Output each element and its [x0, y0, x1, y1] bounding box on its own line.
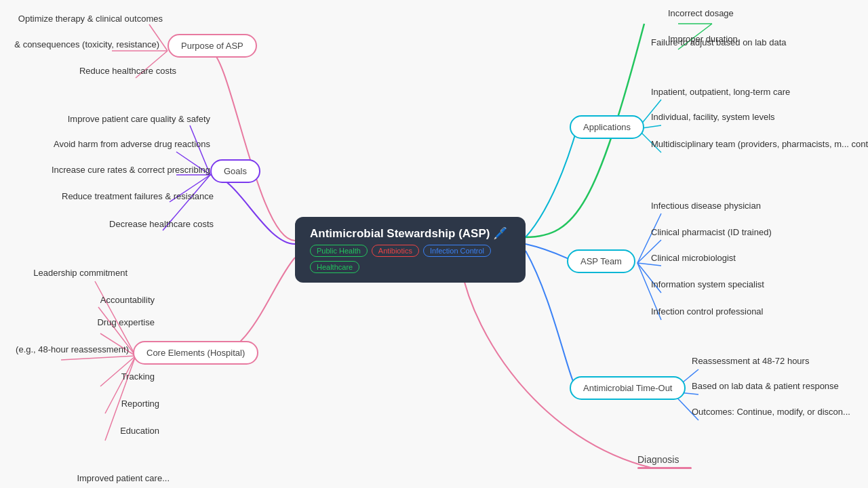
timeout-item-3: Outcomes: Continue, modify, or discon... [692, 407, 868, 417]
aspteam-item-2: Clinical pharmacist (ID trained) [651, 227, 868, 237]
core-item-reassessment: (e.g., 48-hour reassessment) [0, 344, 129, 354]
central-title: Antimicrobial Stewardship (ASP) 🖊️ [310, 226, 511, 241]
tag-infection-control[interactable]: Infection Control [423, 245, 491, 257]
core-item-leadership: Leadership commitment [5, 268, 127, 278]
goals-item-4: Reduce treatment failures & resistance [14, 191, 214, 201]
aspteam-item-3: Clinical microbiologist [651, 253, 868, 263]
tag-public-health[interactable]: Public Health [310, 245, 368, 257]
purpose-box[interactable]: Purpose of ASP [167, 34, 257, 58]
svg-line-17 [637, 263, 661, 266]
core-item-drug: Drug expertise [33, 317, 155, 327]
goals-item-2: Avoid harm from adverse drug reactions [14, 139, 210, 149]
tag-antibiotics[interactable]: Antibiotics [372, 245, 419, 257]
core-box[interactable]: Core Elements (Hospital) [133, 341, 258, 365]
purpose-item-1: Optimize therapy & clinical outcomes [0, 14, 163, 24]
aspteam-item-4: Information system specialist [651, 279, 868, 289]
timeout-box[interactable]: Antimicrobial Time-Out [570, 376, 686, 400]
top-item-dosage: Incorrect dosage [668, 8, 865, 18]
core-item-tracking: Tracking [53, 371, 155, 382]
core-item-improved: Improved patient care... [41, 473, 170, 483]
timeout-item-2: Based on lab data & patient response [692, 381, 868, 391]
applications-box[interactable]: Applications [570, 115, 644, 139]
applications-node: Applications [570, 115, 644, 139]
goals-box[interactable]: Goals [210, 159, 260, 183]
goals-node: Goals [210, 159, 260, 183]
core-item-accountability: Accountability [39, 295, 155, 305]
purpose-item-3: Reduce healthcare costs [34, 66, 176, 76]
aspteam-item-5: Infection control professional [651, 306, 868, 317]
timeout-node: Antimicrobial Time-Out [570, 376, 686, 400]
aspteam-node: ASP Team [567, 249, 635, 273]
top-item-lab: Failure to adjust based on lab data [651, 37, 865, 47]
core-node: Core Elements (Hospital) [133, 341, 258, 365]
aspteam-box[interactable]: ASP Team [567, 249, 635, 273]
app-item-2: Individual, facility, system levels [651, 112, 868, 122]
diagnosis-node: Diagnosis [637, 454, 692, 469]
svg-line-11 [61, 356, 136, 360]
central-node: Antimicrobial Stewardship (ASP) 🖊️ Publi… [295, 217, 526, 283]
purpose-node: Purpose of ASP [167, 34, 257, 58]
core-item-reporting: Reporting [58, 399, 159, 409]
diagnosis-label: Diagnosis [637, 454, 679, 465]
tag-healthcare[interactable]: Healthcare [310, 261, 359, 273]
purpose-item-2: & consequences (toxicity, resistance) [0, 39, 159, 49]
app-item-3: Multidisciplinary team (providers, pharm… [651, 139, 868, 149]
goals-item-5: Decrease healthcare costs [51, 219, 214, 229]
app-item-1: Inpatient, outpatient, long-term care [651, 87, 868, 97]
timeout-item-1: Reassessment at 48-72 hours [692, 356, 868, 366]
core-item-education: Education [58, 426, 159, 436]
goals-item-1: Improve patient care quality & safety [20, 114, 210, 124]
goals-item-3: Increase cure rates & correct prescribin… [14, 165, 210, 175]
aspteam-item-1: Infectious disease physician [651, 201, 868, 211]
tag-container: Public Health Antibiotics Infection Cont… [310, 245, 511, 273]
